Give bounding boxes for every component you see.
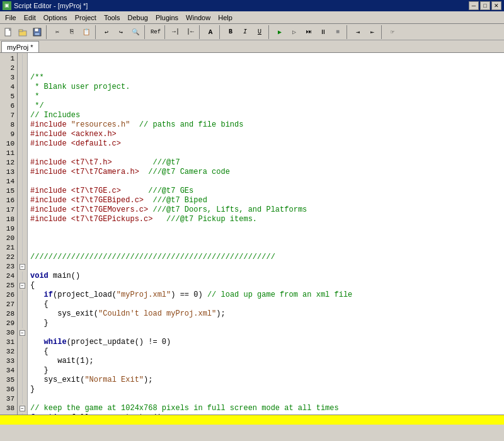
vline-29 bbox=[22, 319, 23, 328]
find-button[interactable]: 🔍 bbox=[129, 25, 142, 39]
code-line-2: * Blank user project. bbox=[30, 83, 501, 92]
code-editor[interactable]: /** * Blank user project. * */ // Includ… bbox=[28, 53, 504, 415]
gutter-line-25[interactable]: − bbox=[18, 281, 27, 290]
italic-button[interactable]: I bbox=[238, 25, 252, 39]
indent3-button[interactable]: ⇤ bbox=[365, 25, 379, 39]
run-button[interactable]: ▷ bbox=[287, 25, 301, 39]
vline-28 bbox=[22, 309, 23, 319]
gutter-line-16 bbox=[18, 196, 27, 205]
gutter-line-20 bbox=[18, 234, 27, 243]
minimize-button[interactable]: ─ bbox=[469, 1, 479, 10]
line-num-16: 16 bbox=[3, 196, 14, 205]
paste-button[interactable]: 📋 bbox=[79, 25, 93, 39]
code-line-33: sys_exit("Normal Exit"); bbox=[30, 375, 501, 385]
gutter-line-17 bbox=[18, 205, 27, 215]
menu-project[interactable]: Project bbox=[71, 13, 100, 23]
open-button[interactable] bbox=[16, 25, 30, 39]
code-line-11: #include <t7\t7Camera.h> ///@t7 Camera c… bbox=[30, 168, 501, 177]
indent2-button[interactable]: ⇥ bbox=[351, 25, 365, 39]
tab-myproj[interactable]: myProj * bbox=[1, 41, 39, 52]
menu-plugins[interactable]: Plugins bbox=[152, 13, 182, 23]
compile-button[interactable]: ▶ bbox=[273, 25, 287, 39]
gutter-line-7 bbox=[18, 111, 27, 120]
gutter-line-37 bbox=[18, 394, 27, 404]
collapse-button-30[interactable]: − bbox=[20, 330, 25, 336]
code-line-15: #include <t7\t7GEMovers.c> ///@t7 Doors,… bbox=[30, 205, 501, 215]
underline-button[interactable]: U bbox=[253, 25, 266, 39]
menu-options[interactable]: Options bbox=[40, 13, 71, 23]
gutter-line-32 bbox=[18, 347, 27, 357]
stop-button[interactable]: ■ bbox=[331, 25, 345, 39]
gutter-line-5 bbox=[18, 92, 27, 101]
vline-10 bbox=[22, 139, 23, 149]
line-num-10: 10 bbox=[3, 139, 14, 149]
gutter-line-38[interactable]: − bbox=[18, 404, 27, 413]
gutter-line-31 bbox=[18, 338, 27, 347]
editor-container: 1234567891011121314151617181920212223242… bbox=[0, 53, 504, 415]
gutter-line-30[interactable]: − bbox=[18, 328, 27, 338]
gutter-line-23[interactable]: − bbox=[18, 262, 27, 272]
menu-file[interactable]: File bbox=[1, 13, 20, 23]
menu-debug[interactable]: Debug bbox=[124, 13, 152, 23]
vline-35 bbox=[22, 375, 23, 385]
find-ref-button[interactable]: Ref bbox=[149, 25, 163, 39]
line-num-29: 29 bbox=[3, 319, 14, 328]
vline-5 bbox=[22, 92, 23, 101]
sep-1 bbox=[46, 25, 49, 39]
vline-14 bbox=[22, 177, 23, 186]
gutter-line-36 bbox=[18, 385, 27, 394]
font-button[interactable]: A bbox=[203, 25, 217, 39]
vline-2 bbox=[22, 64, 23, 73]
line-num-7: 7 bbox=[3, 111, 14, 120]
vline-11 bbox=[22, 149, 23, 158]
line-numbers: 1234567891011121314151617181920212223242… bbox=[0, 53, 18, 415]
line-num-11: 11 bbox=[3, 149, 14, 158]
pause-button[interactable]: ⏸ bbox=[316, 25, 330, 39]
gutter-line-34 bbox=[18, 366, 27, 375]
cut-button[interactable]: ✂ bbox=[50, 25, 64, 39]
bold-button[interactable]: B bbox=[224, 25, 238, 39]
line-num-39: 39 bbox=[3, 413, 14, 415]
line-num-6: 6 bbox=[3, 101, 14, 111]
menu-tools[interactable]: Tools bbox=[100, 13, 124, 23]
line-num-3: 3 bbox=[3, 73, 14, 83]
menu-window[interactable]: Window bbox=[182, 13, 214, 23]
code-line-3: * bbox=[30, 92, 501, 101]
vline-22 bbox=[22, 253, 23, 262]
vline-36 bbox=[22, 385, 23, 394]
svg-rect-4 bbox=[35, 28, 38, 32]
vline-33 bbox=[22, 357, 23, 366]
gutter-line-14 bbox=[18, 177, 27, 186]
vline-32 bbox=[22, 347, 23, 357]
vline-19 bbox=[22, 224, 23, 234]
line-num-23: 23 bbox=[3, 262, 14, 272]
code-line-27: } bbox=[30, 319, 501, 328]
code-line-14: #include <t7\t7GEBiped.c> ///@t7 Biped bbox=[30, 196, 501, 205]
sep-3 bbox=[144, 25, 147, 39]
menu-help[interactable]: Help bbox=[214, 13, 236, 23]
indent-button[interactable]: →| bbox=[169, 25, 183, 39]
app-icon: ▣ bbox=[3, 1, 11, 10]
cursor-button[interactable]: ☞ bbox=[386, 25, 399, 39]
maximize-button[interactable]: □ bbox=[480, 1, 490, 10]
gutter-line-9 bbox=[18, 130, 27, 139]
code-line-7: #include <acknex.h> bbox=[30, 130, 501, 139]
unindent-button[interactable]: |← bbox=[183, 25, 197, 39]
collapse-button-23[interactable]: − bbox=[20, 264, 25, 270]
line-num-38: 38 bbox=[3, 404, 14, 413]
vline-21 bbox=[22, 243, 23, 253]
redo-button[interactable]: ↪ bbox=[114, 25, 128, 39]
menu-edit[interactable]: Edit bbox=[20, 13, 40, 23]
gutter-line-11 bbox=[18, 149, 27, 158]
line-num-1: 1 bbox=[3, 54, 14, 64]
save-button[interactable] bbox=[30, 25, 44, 39]
copy-button[interactable]: ⎘ bbox=[65, 25, 79, 39]
close-button[interactable]: ✕ bbox=[491, 1, 501, 10]
step-button[interactable]: ⏭ bbox=[302, 25, 316, 39]
new-button[interactable] bbox=[1, 25, 15, 39]
collapse-button-25[interactable]: − bbox=[20, 283, 25, 289]
line-num-14: 14 bbox=[3, 177, 14, 186]
gutter-line-27 bbox=[18, 300, 27, 309]
collapse-button-38[interactable]: − bbox=[20, 406, 25, 411]
undo-button[interactable]: ↩ bbox=[100, 25, 113, 39]
